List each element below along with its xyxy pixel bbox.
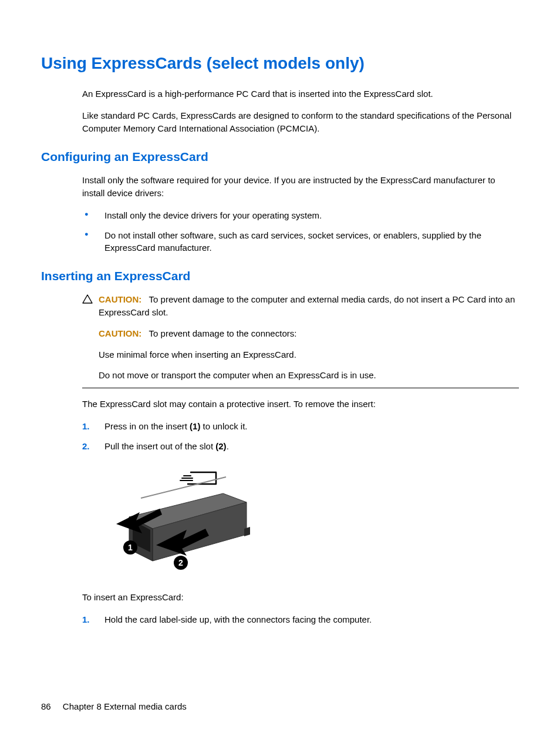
step-text: Hold the card label-side up, with the co…: [104, 614, 372, 624]
page-footer: 86 Chapter 8 External media cards: [41, 700, 187, 713]
expresscard-figure: 1 2: [106, 464, 519, 579]
list-item: 2. Pull the insert out of the slot (2).: [82, 440, 519, 453]
chapter-label: Chapter 8 External media cards: [63, 701, 187, 711]
caution-label: CAUTION:: [99, 328, 141, 338]
caution-text-1: To prevent damage to the computer and ex…: [99, 294, 515, 317]
intro-block: An ExpressCard is a high-performance PC …: [82, 88, 519, 135]
section-heading-configuring: Configuring an ExpressCard: [41, 148, 519, 166]
caution-paragraph-2: CAUTION: To prevent damage to the connec…: [99, 327, 519, 340]
step-number: 1.: [82, 613, 90, 626]
section1-body: Install only the software required for y…: [82, 174, 519, 254]
list-item: 1. Press in on the insert (1) to unlock …: [82, 420, 519, 433]
page-number: 86: [41, 701, 51, 711]
page-container: Using ExpressCards (select models only) …: [0, 0, 560, 746]
caution-paragraph-4: Do not move or transport the computer wh…: [99, 369, 519, 382]
step-text-pre: Press in on the insert: [104, 421, 190, 431]
step-callout-bold: (2): [215, 441, 226, 451]
remove-insert-intro: The ExpressCard slot may contain a prote…: [82, 398, 519, 411]
intro-paragraph-1: An ExpressCard is a high-performance PC …: [82, 88, 519, 100]
step-callout-bold: (1): [190, 421, 200, 431]
insert-intro: To insert an ExpressCard:: [82, 591, 519, 604]
svg-text:1: 1: [128, 543, 133, 552]
svg-text:2: 2: [178, 558, 183, 567]
caution-paragraph-3: Use minimal force when inserting an Expr…: [99, 348, 519, 361]
caution-text-2: To prevent damage to the connectors:: [149, 328, 297, 338]
section2-body: The ExpressCard slot may contain a prote…: [82, 398, 519, 626]
section-heading-inserting: Inserting an ExpressCard: [41, 267, 519, 285]
caution-paragraph-1: CAUTION: To prevent damage to the comput…: [99, 293, 519, 319]
bullet-item: Install only the device drivers for your…: [82, 209, 519, 222]
step-text-post: .: [227, 441, 229, 451]
caution-block: CAUTION: To prevent damage to the comput…: [82, 293, 519, 388]
insert-steps-list: 1. Hold the card label-side up, with the…: [82, 613, 519, 626]
section1-paragraph: Install only the software required for y…: [82, 174, 519, 200]
section1-bullet-list: Install only the device drivers for your…: [82, 209, 519, 254]
remove-steps-list: 1. Press in on the insert (1) to unlock …: [82, 420, 519, 453]
list-item: 1. Hold the card label-side up, with the…: [82, 613, 519, 626]
step-text-pre: Pull the insert out of the slot: [104, 441, 215, 451]
caution-icon: [82, 294, 93, 307]
intro-paragraph-2: Like standard PC Cards, ExpressCards are…: [82, 109, 519, 135]
caution-label: CAUTION:: [99, 294, 141, 304]
step-number: 2.: [82, 440, 90, 453]
page-title: Using ExpressCards (select models only): [41, 52, 519, 76]
step-text-post: to unlock it.: [200, 421, 247, 431]
bullet-item: Do not install other software, such as c…: [82, 229, 519, 255]
step-number: 1.: [82, 420, 90, 433]
